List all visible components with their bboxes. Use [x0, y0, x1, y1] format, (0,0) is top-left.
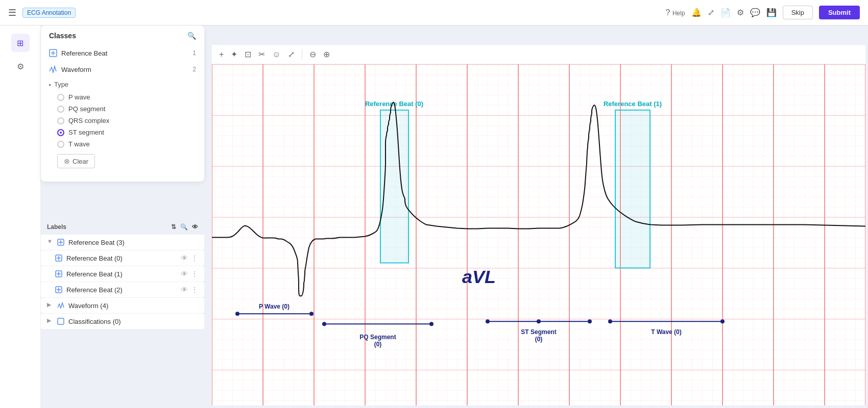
label-row-ref-beat-1[interactable]: Reference Beat (1) 👁 ⋮: [41, 266, 204, 282]
svg-text:(0): (0): [374, 341, 382, 348]
bell-icon[interactable]: 🔔: [691, 8, 702, 17]
labels-header-icons: ⇅ 🔍 👁: [171, 223, 198, 231]
svg-rect-18: [212, 64, 865, 405]
clear-label: Clear: [73, 158, 88, 165]
radio-p-wave-circle: [57, 94, 64, 101]
label-row-waveform-4[interactable]: ▶ Waveform (4): [41, 298, 204, 313]
label-row-1-actions: 👁 ⋮: [181, 270, 198, 278]
svg-point-40: [309, 312, 314, 316]
radio-st-label: ST segment: [68, 129, 104, 136]
classes-header: Classes 🔍: [41, 32, 204, 45]
svg-point-43: [322, 322, 326, 326]
app-tag: ECG Annotation: [22, 8, 76, 18]
label-row-ref-beat-2[interactable]: Reference Beat (2) 👁 ⋮: [41, 282, 204, 297]
svg-text:T Wave (0): T Wave (0): [651, 328, 682, 336]
radio-p-wave[interactable]: P wave: [49, 91, 196, 103]
type-collapse-icon[interactable]: ▪: [49, 82, 51, 88]
visibility-icon-2[interactable]: 👁: [181, 286, 188, 294]
more-icon-0[interactable]: ⋮: [191, 254, 198, 262]
svg-rect-15: [58, 318, 64, 324]
radio-qrs-label: QRS complex: [68, 117, 109, 124]
help-icon[interactable]: ? Help: [666, 8, 685, 17]
radio-qrs-circle: [57, 117, 64, 124]
radio-pq-label: PQ segment: [68, 105, 105, 113]
add-tool[interactable]: +: [219, 50, 224, 59]
label-row-ref-beat-0[interactable]: Reference Beat (0) 👁 ⋮: [41, 250, 204, 266]
emoji-tool[interactable]: ☺: [272, 50, 280, 59]
expand-tool[interactable]: ⤢: [288, 49, 295, 59]
clear-button[interactable]: ⊗ Clear: [57, 154, 95, 168]
label-row-ref-beat-3[interactable]: ▼ Reference Beat (3): [41, 235, 204, 250]
expand-icon-3[interactable]: ▼: [47, 238, 55, 246]
label-row-0-actions: 👁 ⋮: [181, 254, 198, 262]
svg-point-39: [235, 312, 239, 316]
radio-t-wave-circle: [57, 141, 64, 148]
ref-beat-icon-1: [55, 270, 63, 278]
label-waveform-4-text: Waveform (4): [68, 302, 108, 310]
visibility-icon-0[interactable]: 👁: [181, 254, 188, 262]
class-item-waveform[interactable]: Waveform 2: [41, 61, 204, 78]
svg-text:aVL: aVL: [462, 266, 496, 287]
label-ref-beat-1-text: Reference Beat (1): [66, 270, 123, 278]
radio-t-wave[interactable]: T wave: [49, 138, 196, 150]
svg-point-55: [720, 319, 725, 323]
svg-text:PQ Segment: PQ Segment: [359, 334, 396, 341]
radio-pq-segment[interactable]: PQ segment: [49, 103, 196, 115]
search-icon[interactable]: 🔍: [187, 32, 196, 40]
svg-text:(0): (0): [535, 336, 543, 343]
label-ref-beat-2-text: Reference Beat (2): [66, 286, 123, 294]
classes-title: Classes: [49, 32, 76, 40]
radio-st-segment[interactable]: ST segment: [49, 126, 196, 138]
labels-search-icon[interactable]: 🔍: [180, 223, 188, 231]
labels-panel: Labels ⇅ 🔍 👁 ▼ Reference Beat (3) Refere…: [41, 219, 204, 329]
canvas-area: Reference Beat (0) Reference Beat (1) aV…: [212, 64, 865, 405]
crop-tool[interactable]: ⊡: [245, 49, 251, 59]
type-section: ▪ Type P wave PQ segment QRS complex ST …: [41, 78, 204, 175]
save-icon[interactable]: 💾: [766, 8, 777, 17]
menu-icon[interactable]: ☰: [8, 7, 16, 18]
labels-visibility-icon[interactable]: 👁: [192, 223, 198, 231]
cut-tool[interactable]: ✂: [258, 49, 265, 59]
radio-qrs-complex[interactable]: QRS complex: [49, 115, 196, 126]
expand-icon-waveform[interactable]: ▶: [47, 301, 55, 310]
chat-icon[interactable]: 💬: [750, 8, 760, 17]
svg-text:P Wave (0): P Wave (0): [259, 303, 290, 310]
radio-st-circle: [57, 129, 64, 136]
ref-beat-icon-2: [55, 286, 63, 294]
zoom-out-tool[interactable]: ⊖: [309, 49, 316, 59]
download-icon[interactable]: 📄: [720, 8, 731, 17]
svg-point-54: [608, 319, 612, 323]
sidebar-settings-icon[interactable]: ⚙: [11, 57, 30, 75]
canvas-toolbar: + ✦ ⊡ ✂ ☺ ⤢ ⊖ ⊕: [212, 45, 865, 64]
more-icon-2[interactable]: ⋮: [191, 286, 198, 294]
class-reference-beat-count: 1: [192, 49, 196, 57]
submit-button[interactable]: Submit: [819, 6, 860, 19]
ref-beat-icon-3: [57, 238, 65, 246]
ref-beat-icon-0: [55, 254, 63, 262]
expand-icon-class[interactable]: ▶: [47, 317, 55, 325]
label-ref-beat-3-text: Reference Beat (3): [68, 239, 125, 246]
svg-rect-34: [615, 110, 650, 268]
class-waveform-label: Waveform: [61, 66, 91, 73]
sidebar-left: ⊞ ⚙: [0, 26, 41, 408]
zoom-in-tool[interactable]: ⊕: [323, 49, 330, 59]
svg-point-48: [486, 319, 490, 323]
class-item-reference-beat[interactable]: Reference Beat 1: [41, 45, 204, 61]
settings-icon[interactable]: ⚙: [737, 8, 744, 17]
more-icon-1[interactable]: ⋮: [191, 270, 198, 278]
share-icon[interactable]: ⤢: [708, 8, 714, 17]
svg-point-44: [429, 322, 433, 326]
type-header: ▪ Type: [49, 81, 196, 88]
label-row-2-actions: 👁 ⋮: [181, 286, 198, 294]
radio-p-wave-label: P wave: [68, 93, 90, 101]
sort-icon[interactable]: ⇅: [171, 223, 176, 231]
skip-button[interactable]: Skip: [783, 6, 813, 19]
reference-beat-icon: [49, 49, 57, 57]
label-row-classifications[interactable]: ▶ Classifications (0): [41, 314, 204, 329]
waveform-icon: [49, 65, 57, 73]
brightness-tool[interactable]: ✦: [231, 49, 237, 59]
topbar-right: ? Help 🔔 ⤢ 📄 ⚙ 💬 💾 Skip Submit: [666, 6, 860, 19]
visibility-icon-1[interactable]: 👁: [181, 270, 188, 278]
sidebar-classes-icon[interactable]: ⊞: [11, 34, 30, 52]
clear-icon: ⊗: [64, 157, 70, 165]
